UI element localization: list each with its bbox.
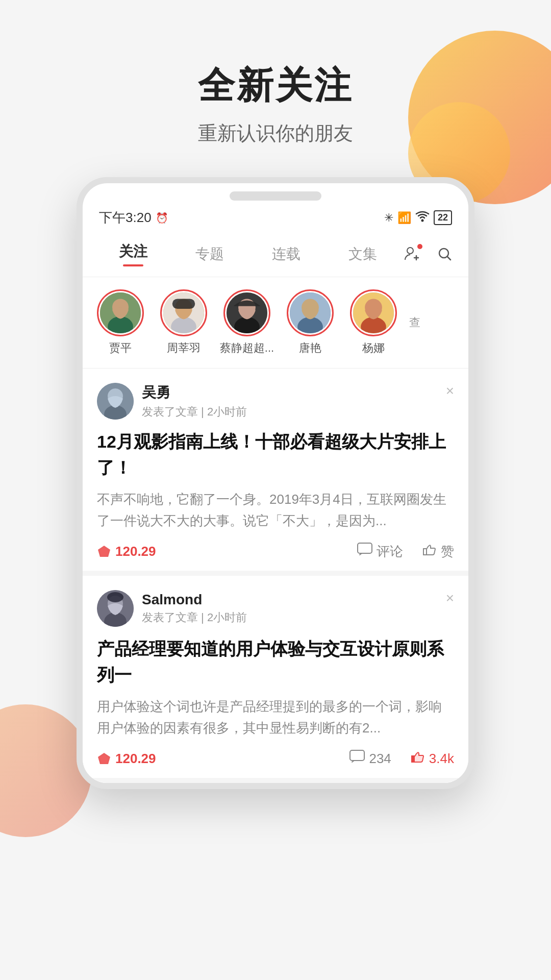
add-friend-button[interactable] [401,243,423,265]
following-name-3: 蔡静超超... [220,340,274,356]
svg-rect-23 [358,543,372,553]
following-user-jia-ping[interactable]: 贾平 [93,289,148,356]
tab-series[interactable]: 连载 [248,239,324,269]
avatar-ring-2 [160,289,207,336]
phone-frame: 下午3:20 ⏰ ✳ 📶 22 [77,177,474,789]
avatar-ring-4 [287,289,334,336]
author-info-2: Salmond 发表了文章 | 2小时前 [142,592,247,625]
following-user-yang-na[interactable]: 杨娜 [346,289,401,356]
notification-dot [417,244,422,249]
avatar-ring-1 [97,289,144,336]
bluetooth-icon: ✳ [384,211,393,225]
page-subtitle: 重新认识你的朋友 [20,120,531,146]
like-button-1[interactable]: 赞 [421,543,454,560]
nav-tabs: 关注 专题 连载 文集 [83,232,468,277]
alarm-icon: ⏰ [156,212,168,224]
avatar-img-2 [163,292,204,333]
phone-mockup: 下午3:20 ⏰ ✳ 📶 22 [77,177,474,789]
article-title-2[interactable]: 产品经理要知道的用户体验与交互设计原则系列一 [97,636,454,688]
status-bar: 下午3:20 ⏰ ✳ 📶 22 [83,201,468,232]
status-time: 下午3:20 [99,209,152,227]
close-button-2[interactable]: × [446,590,454,606]
battery-level: 22 [434,210,452,225]
article-card-1: × 吴勇 发表了文章 | 2小时前 12月观影指南上线！十部必看超级大片安排上了… [83,369,468,576]
author-name-2: Salmond [142,592,247,608]
page-title: 全新关注 [20,61,531,110]
author-meta-2: 发表了文章 | 2小时前 [142,610,247,625]
tab-collection[interactable]: 文集 [324,239,401,269]
author-section-2: Salmond 发表了文章 | 2小时前 [97,590,454,627]
author-name-1: 吴勇 [142,383,247,402]
signal-icon: 📶 [397,211,411,225]
card-footer-1: 120.29 评论 [97,543,454,560]
search-button[interactable] [434,243,456,265]
article-title-1[interactable]: 12月观影指南上线！十部必看超级大片安排上了！ [97,429,454,481]
article-card-2: × Salmond 发表了文章 | 2小时前 产品经理要知道的用户体验与交 [83,576,468,783]
following-row: 贾平 周莘羽 [83,277,468,369]
tab-special[interactable]: 专题 [171,239,248,269]
following-name-2: 周莘羽 [167,340,201,356]
like-button-2[interactable]: 3.4k [410,750,454,768]
avatar-ring-3 [223,289,270,336]
following-user-tang-yan[interactable]: 唐艳 [283,289,338,356]
avatar-img-1 [100,292,141,333]
svg-rect-8 [172,299,195,309]
following-user-cai-jing[interactable]: 蔡静超超... [219,289,274,356]
see-all-button[interactable]: 查 [409,315,424,330]
card-footer-2: 120.29 234 [97,750,454,768]
comment-icon-2 [349,750,365,768]
following-name-4: 唐艳 [299,340,321,356]
like-icon-2 [410,750,425,768]
avatar-ring-5 [350,289,397,336]
author-section-1: 吴勇 发表了文章 | 2小时前 [97,383,454,420]
comment-button-2[interactable]: 234 [349,750,391,768]
article-score-2: 120.29 [97,751,156,767]
comment-button-1[interactable]: 评论 [357,543,403,560]
comment-icon-1 [357,543,372,560]
comment-label-1: 评论 [377,543,403,560]
wifi-icon [415,211,430,225]
close-button-1[interactable]: × [446,383,454,399]
like-icon-1 [421,543,437,560]
svg-point-27 [107,592,123,602]
article-excerpt-1: 不声不响地，它翻了一个身。2019年3月4日，互联网圈发生了一件说大不大的大事。… [97,489,454,531]
like-count-2: 3.4k [429,751,454,767]
author-info-1: 吴勇 发表了文章 | 2小时前 [142,383,247,420]
following-name-1: 贾平 [109,340,132,356]
following-user-zhou-xin-yu[interactable]: 周莘羽 [156,289,211,356]
comment-count-2: 234 [369,751,391,767]
header-section: 全新关注 重新认识你的朋友 [0,0,551,177]
article-score-1: 120.29 [97,544,156,559]
svg-rect-30 [350,750,364,761]
following-name-5: 杨娜 [362,340,385,356]
article-excerpt-2: 用户体验这个词也许是产品经理提到的最多的一个词，影响用户体验的因素有很多，其中显… [97,696,454,739]
article-actions-2: 234 3.4k [349,750,454,768]
svg-point-0 [421,219,423,222]
author-avatar-1 [97,383,134,420]
like-label-1: 赞 [441,543,454,560]
author-avatar-2 [97,590,134,627]
article-actions-1: 评论 赞 [357,543,454,560]
author-meta-1: 发表了文章 | 2小时前 [142,404,247,420]
avatar-img-3 [227,292,267,333]
status-icons: ✳ 📶 22 [384,210,452,225]
avatar-img-5 [353,292,394,333]
nav-action-icons [401,243,456,265]
tab-following[interactable]: 关注 [95,237,171,272]
avatar-img-4 [290,292,331,333]
